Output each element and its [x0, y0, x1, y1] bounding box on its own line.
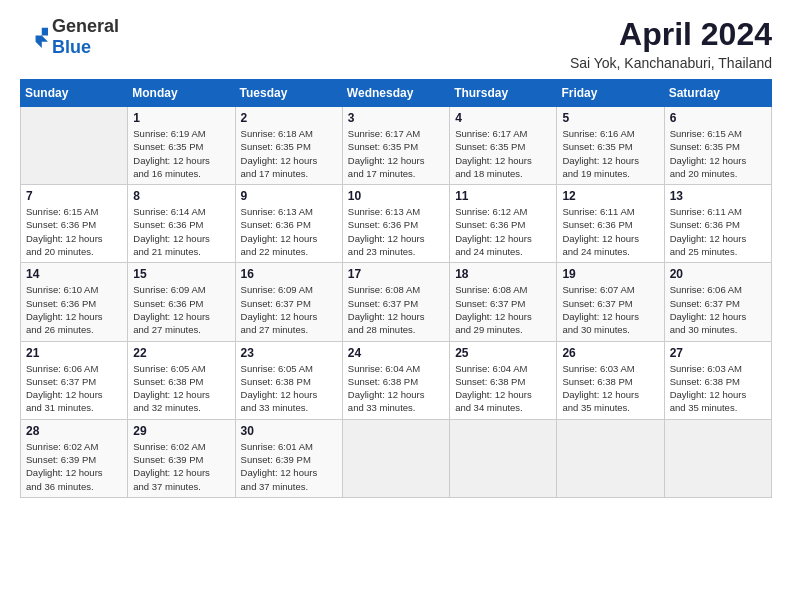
day-number: 6: [670, 111, 766, 125]
calendar-cell: 15Sunrise: 6:09 AM Sunset: 6:36 PM Dayli…: [128, 263, 235, 341]
day-number: 15: [133, 267, 229, 281]
day-info: Sunrise: 6:06 AM Sunset: 6:37 PM Dayligh…: [26, 362, 122, 415]
calendar-cell: 26Sunrise: 6:03 AM Sunset: 6:38 PM Dayli…: [557, 341, 664, 419]
day-info: Sunrise: 6:17 AM Sunset: 6:35 PM Dayligh…: [455, 127, 551, 180]
day-info: Sunrise: 6:06 AM Sunset: 6:37 PM Dayligh…: [670, 283, 766, 336]
day-info: Sunrise: 6:17 AM Sunset: 6:35 PM Dayligh…: [348, 127, 444, 180]
day-number: 25: [455, 346, 551, 360]
day-info: Sunrise: 6:09 AM Sunset: 6:36 PM Dayligh…: [133, 283, 229, 336]
weekday-header-friday: Friday: [557, 80, 664, 107]
calendar-subtitle: Sai Yok, Kanchanaburi, Thailand: [570, 55, 772, 71]
calendar-cell: 22Sunrise: 6:05 AM Sunset: 6:38 PM Dayli…: [128, 341, 235, 419]
day-number: 12: [562, 189, 658, 203]
day-number: 14: [26, 267, 122, 281]
day-number: 8: [133, 189, 229, 203]
calendar-cell: 24Sunrise: 6:04 AM Sunset: 6:38 PM Dayli…: [342, 341, 449, 419]
calendar-cell: 16Sunrise: 6:09 AM Sunset: 6:37 PM Dayli…: [235, 263, 342, 341]
day-info: Sunrise: 6:16 AM Sunset: 6:35 PM Dayligh…: [562, 127, 658, 180]
calendar-cell: [557, 419, 664, 497]
calendar-cell: 17Sunrise: 6:08 AM Sunset: 6:37 PM Dayli…: [342, 263, 449, 341]
weekday-header-sunday: Sunday: [21, 80, 128, 107]
day-info: Sunrise: 6:04 AM Sunset: 6:38 PM Dayligh…: [348, 362, 444, 415]
calendar-cell: 11Sunrise: 6:12 AM Sunset: 6:36 PM Dayli…: [450, 185, 557, 263]
day-number: 23: [241, 346, 337, 360]
calendar-cell: 6Sunrise: 6:15 AM Sunset: 6:35 PM Daylig…: [664, 107, 771, 185]
day-info: Sunrise: 6:11 AM Sunset: 6:36 PM Dayligh…: [670, 205, 766, 258]
calendar-cell: 9Sunrise: 6:13 AM Sunset: 6:36 PM Daylig…: [235, 185, 342, 263]
day-info: Sunrise: 6:13 AM Sunset: 6:36 PM Dayligh…: [348, 205, 444, 258]
calendar-cell: [664, 419, 771, 497]
calendar-cell: 28Sunrise: 6:02 AM Sunset: 6:39 PM Dayli…: [21, 419, 128, 497]
day-info: Sunrise: 6:11 AM Sunset: 6:36 PM Dayligh…: [562, 205, 658, 258]
day-info: Sunrise: 6:15 AM Sunset: 6:36 PM Dayligh…: [26, 205, 122, 258]
day-number: 18: [455, 267, 551, 281]
calendar-cell: 10Sunrise: 6:13 AM Sunset: 6:36 PM Dayli…: [342, 185, 449, 263]
day-info: Sunrise: 6:02 AM Sunset: 6:39 PM Dayligh…: [133, 440, 229, 493]
day-info: Sunrise: 6:08 AM Sunset: 6:37 PM Dayligh…: [348, 283, 444, 336]
calendar-cell: 14Sunrise: 6:10 AM Sunset: 6:36 PM Dayli…: [21, 263, 128, 341]
day-info: Sunrise: 6:03 AM Sunset: 6:38 PM Dayligh…: [670, 362, 766, 415]
calendar-cell: 1Sunrise: 6:19 AM Sunset: 6:35 PM Daylig…: [128, 107, 235, 185]
day-info: Sunrise: 6:09 AM Sunset: 6:37 PM Dayligh…: [241, 283, 337, 336]
calendar-cell: [342, 419, 449, 497]
day-number: 17: [348, 267, 444, 281]
weekday-header-wednesday: Wednesday: [342, 80, 449, 107]
day-info: Sunrise: 6:02 AM Sunset: 6:39 PM Dayligh…: [26, 440, 122, 493]
weekday-header-saturday: Saturday: [664, 80, 771, 107]
day-number: 10: [348, 189, 444, 203]
day-info: Sunrise: 6:14 AM Sunset: 6:36 PM Dayligh…: [133, 205, 229, 258]
calendar-cell: 7Sunrise: 6:15 AM Sunset: 6:36 PM Daylig…: [21, 185, 128, 263]
calendar-cell: 20Sunrise: 6:06 AM Sunset: 6:37 PM Dayli…: [664, 263, 771, 341]
day-number: 4: [455, 111, 551, 125]
calendar-cell: 8Sunrise: 6:14 AM Sunset: 6:36 PM Daylig…: [128, 185, 235, 263]
day-number: 30: [241, 424, 337, 438]
calendar-cell: 19Sunrise: 6:07 AM Sunset: 6:37 PM Dayli…: [557, 263, 664, 341]
day-number: 13: [670, 189, 766, 203]
day-number: 28: [26, 424, 122, 438]
day-number: 7: [26, 189, 122, 203]
day-number: 1: [133, 111, 229, 125]
day-number: 3: [348, 111, 444, 125]
day-info: Sunrise: 6:15 AM Sunset: 6:35 PM Dayligh…: [670, 127, 766, 180]
calendar-cell: [450, 419, 557, 497]
calendar-cell: 21Sunrise: 6:06 AM Sunset: 6:37 PM Dayli…: [21, 341, 128, 419]
logo-general: General: [52, 16, 119, 36]
day-number: 9: [241, 189, 337, 203]
calendar-cell: 5Sunrise: 6:16 AM Sunset: 6:35 PM Daylig…: [557, 107, 664, 185]
day-number: 20: [670, 267, 766, 281]
weekday-header-tuesday: Tuesday: [235, 80, 342, 107]
day-number: 16: [241, 267, 337, 281]
day-info: Sunrise: 6:12 AM Sunset: 6:36 PM Dayligh…: [455, 205, 551, 258]
day-info: Sunrise: 6:01 AM Sunset: 6:39 PM Dayligh…: [241, 440, 337, 493]
logo: General Blue: [20, 16, 119, 58]
calendar-cell: 27Sunrise: 6:03 AM Sunset: 6:38 PM Dayli…: [664, 341, 771, 419]
day-info: Sunrise: 6:07 AM Sunset: 6:37 PM Dayligh…: [562, 283, 658, 336]
calendar-cell: 2Sunrise: 6:18 AM Sunset: 6:35 PM Daylig…: [235, 107, 342, 185]
day-info: Sunrise: 6:10 AM Sunset: 6:36 PM Dayligh…: [26, 283, 122, 336]
weekday-header-monday: Monday: [128, 80, 235, 107]
day-number: 26: [562, 346, 658, 360]
day-info: Sunrise: 6:13 AM Sunset: 6:36 PM Dayligh…: [241, 205, 337, 258]
day-number: 24: [348, 346, 444, 360]
day-number: 5: [562, 111, 658, 125]
day-info: Sunrise: 6:05 AM Sunset: 6:38 PM Dayligh…: [241, 362, 337, 415]
calendar-cell: 23Sunrise: 6:05 AM Sunset: 6:38 PM Dayli…: [235, 341, 342, 419]
day-info: Sunrise: 6:19 AM Sunset: 6:35 PM Dayligh…: [133, 127, 229, 180]
svg-rect-0: [20, 23, 48, 51]
calendar-cell: [21, 107, 128, 185]
day-number: 11: [455, 189, 551, 203]
day-number: 27: [670, 346, 766, 360]
day-info: Sunrise: 6:08 AM Sunset: 6:37 PM Dayligh…: [455, 283, 551, 336]
day-info: Sunrise: 6:04 AM Sunset: 6:38 PM Dayligh…: [455, 362, 551, 415]
calendar-cell: 18Sunrise: 6:08 AM Sunset: 6:37 PM Dayli…: [450, 263, 557, 341]
logo-blue: Blue: [52, 37, 91, 57]
calendar-cell: 4Sunrise: 6:17 AM Sunset: 6:35 PM Daylig…: [450, 107, 557, 185]
calendar-cell: 25Sunrise: 6:04 AM Sunset: 6:38 PM Dayli…: [450, 341, 557, 419]
day-number: 22: [133, 346, 229, 360]
day-number: 19: [562, 267, 658, 281]
day-number: 21: [26, 346, 122, 360]
day-info: Sunrise: 6:03 AM Sunset: 6:38 PM Dayligh…: [562, 362, 658, 415]
calendar-cell: 13Sunrise: 6:11 AM Sunset: 6:36 PM Dayli…: [664, 185, 771, 263]
calendar-cell: 29Sunrise: 6:02 AM Sunset: 6:39 PM Dayli…: [128, 419, 235, 497]
day-number: 2: [241, 111, 337, 125]
